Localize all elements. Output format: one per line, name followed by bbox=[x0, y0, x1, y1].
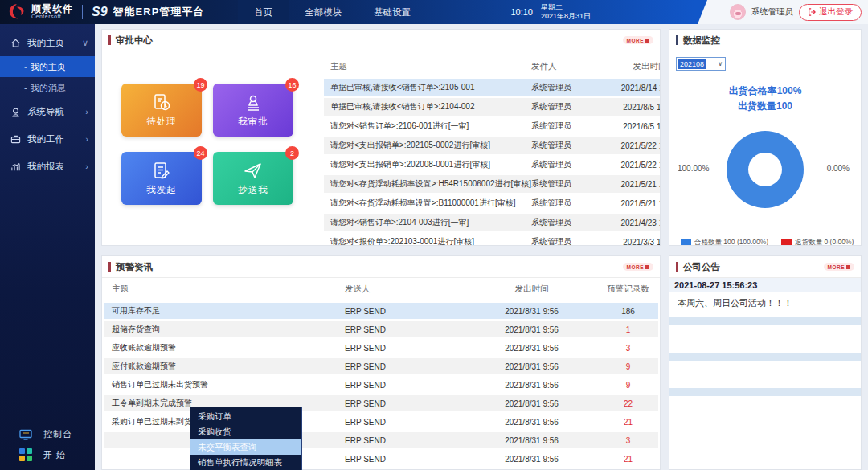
row-time: 2021/3/3 12:00 bbox=[608, 238, 661, 247]
approval-table-row[interactable]: 请您对<支出报销单>:202105-0002进行[审核] 系统管理员 2021/… bbox=[324, 137, 661, 154]
legend-swatch bbox=[781, 239, 792, 246]
warning-table-row[interactable]: 应付账款逾期预警 ERP SEND 2021/8/31 9:56 9 bbox=[104, 358, 658, 374]
logout-icon bbox=[808, 8, 816, 16]
tile-initiated-by-me[interactable]: 我发起 24 bbox=[121, 152, 202, 205]
company-name-en: Centersoft bbox=[31, 14, 73, 19]
warning-table-row[interactable]: ERP SEND 2021/8/31 9:56 21 bbox=[104, 451, 658, 467]
platform-title: 智能ERP管理平台 bbox=[113, 5, 205, 19]
row-time: 2021/8/31 9:56 bbox=[465, 307, 598, 316]
page-body: 我的主页 ∨ 我的主页 我的消息 系统导航 › 我的工作 › 我的报表 bbox=[0, 24, 868, 470]
announcements-more-button[interactable]: MORE bbox=[824, 263, 855, 271]
sidebar-subitem-my-messages[interactable]: 我的消息 bbox=[0, 77, 95, 98]
col-topic: 主题 bbox=[104, 284, 345, 295]
row-topic: 应收账款逾期预警 bbox=[104, 342, 345, 354]
sidebar-item-my-work[interactable]: 我的工作 › bbox=[0, 125, 95, 153]
home-icon bbox=[10, 38, 21, 48]
logout-button[interactable]: 退出登录 bbox=[799, 4, 862, 21]
row-time: 2021/5/22 17:41 bbox=[608, 141, 661, 150]
col-time: 发出时间 bbox=[465, 284, 598, 295]
warning-table-row[interactable]: 采购订单已过期未到货预警 ERP SEND 2021/8/31 9:56 21 bbox=[104, 414, 658, 430]
title-bar-accent bbox=[108, 35, 111, 45]
sidebar-item-label: 我的主页 bbox=[27, 37, 76, 49]
console-button[interactable]: 控制台 bbox=[0, 424, 95, 444]
row-sender: 系统管理员 bbox=[531, 140, 608, 151]
warning-table-row[interactable]: 工令单到期未完成预警 ERP SEND 2021/8/31 9:56 22 bbox=[104, 395, 658, 411]
nav-tab-home[interactable]: 首页 bbox=[238, 0, 289, 24]
row-count: 186 bbox=[598, 307, 658, 316]
row-topic: 请您对<存货浮动耗损率设置>:B11000001进行[审核] bbox=[324, 198, 531, 209]
approval-table-row[interactable]: 请您对<销售订单>:2106-001进行[一审] 系统管理员 2021/6/5 … bbox=[324, 117, 661, 135]
warning-table-row[interactable]: ERP SEND 2021/8/31 9:56 3 bbox=[104, 432, 658, 448]
tile-cc-to-me[interactable]: 抄送我 2 bbox=[213, 152, 293, 205]
row-sender: ERP SEND bbox=[345, 362, 465, 371]
row-sender: ERP SEND bbox=[345, 307, 465, 316]
paper-plane-icon bbox=[243, 161, 264, 182]
approval-table-row[interactable]: 请您对<存货浮动耗损率设置>:B11000001进行[审核] 系统管理员 202… bbox=[324, 194, 661, 212]
warning-table-row[interactable]: 超储存货查询 ERP SEND 2021/8/31 9:56 1 bbox=[104, 321, 658, 337]
announcements-title: 公司公告 bbox=[676, 261, 720, 273]
warning-rows: 可用库存不足 ERP SEND 2021/8/31 9:56 186 超储存货查… bbox=[104, 303, 658, 467]
approval-table-row[interactable]: 单据已审核,请接收<销售订单>:2105-001 系统管理员 2021/8/14… bbox=[324, 79, 661, 96]
company-name-cn: 顺景软件 bbox=[31, 5, 73, 14]
row-time: 2021/8/14 11:45 bbox=[608, 84, 661, 92]
row-sender: 系统管理员 bbox=[531, 236, 608, 246]
row-sender: 系统管理员 bbox=[531, 198, 608, 209]
sidebar-item-my-home[interactable]: 我的主页 ∨ bbox=[0, 29, 95, 56]
warning-table-row[interactable]: 销售订单已过期未出货预警 ERP SEND 2021/8/31 9:56 9 bbox=[104, 377, 658, 393]
weekday: 星期二 bbox=[541, 3, 563, 11]
row-time: 2021/8/31 9:56 bbox=[465, 362, 598, 371]
recent-items-menu: 采购订单 采购收货 未交平衡表查询 销售单执行情况明细表 bbox=[190, 407, 302, 470]
row-sender: 系统管理员 bbox=[531, 121, 608, 132]
row-count: 21 bbox=[598, 455, 658, 464]
brand-divider bbox=[82, 5, 83, 19]
approval-table-row[interactable]: 请您对<支出报销单>:202008-0001进行[审核] 系统管理员 2021/… bbox=[324, 156, 661, 174]
approval-table-row[interactable]: 请您对<存货浮动耗损率设置>:H54R15006002进行[审核] 系统管理员 … bbox=[324, 175, 661, 193]
clock-area: 10:10 星期二 2021年8月31日 bbox=[510, 0, 591, 24]
chevron-down-icon: ∨ bbox=[718, 60, 725, 67]
start-icon bbox=[19, 448, 32, 461]
user-avatar[interactable] bbox=[730, 4, 746, 20]
main-nav: 首页 全部模块 基础设置 bbox=[238, 0, 427, 24]
approval-table-row[interactable]: 请您对<销售订单>:2104-003进行[一审] 系统管理员 2021/4/23… bbox=[324, 214, 661, 231]
row-sender: 系统管理员 bbox=[531, 159, 608, 170]
menu-item-purchase-receipt[interactable]: 采购收货 bbox=[190, 424, 301, 439]
tile-pending[interactable]: 待处理 19 bbox=[121, 84, 202, 137]
console-icon bbox=[19, 429, 32, 440]
warning-more-button[interactable]: MORE bbox=[623, 263, 654, 271]
menu-item-sales-execution-report[interactable]: 销售单执行情况明细表 bbox=[190, 455, 301, 470]
col-topic: 主题 bbox=[324, 61, 531, 72]
brand-area: 顺景软件 Centersoft S9 智能ERP管理平台 bbox=[0, 2, 204, 22]
period-select[interactable]: 202108 ∨ bbox=[676, 57, 726, 71]
row-sender: ERP SEND bbox=[345, 344, 465, 353]
sidebar-item-my-reports[interactable]: 我的报表 › bbox=[0, 153, 95, 180]
warning-info-panel: 预警资讯 MORE 主题 发送人 发出时间 预警记录数 可用库存不足 ERP S… bbox=[101, 255, 661, 470]
tile-badge: 19 bbox=[194, 78, 207, 92]
menu-item-highlighted[interactable]: 未交平衡表查询 bbox=[190, 439, 301, 455]
tile-my-approvals[interactable]: 我审批 16 bbox=[213, 84, 293, 137]
row-topic: 可用库存不足 bbox=[104, 305, 345, 317]
nav-tab-basic-settings[interactable]: 基础设置 bbox=[358, 0, 427, 24]
period-select-value: 202108 bbox=[678, 59, 706, 69]
stamp-icon bbox=[243, 92, 264, 113]
sidebar-bottom-tools: 控制台 开 始 bbox=[0, 424, 95, 465]
sidebar-item-system-nav[interactable]: 系统导航 › bbox=[0, 98, 95, 125]
approval-table-row[interactable]: 请您对<报价单>:202103-0001进行[审核] 系统管理员 2021/3/… bbox=[324, 233, 661, 246]
donut-chart: 100.00% 0.00% bbox=[676, 122, 854, 217]
menu-item-purchase-order[interactable]: 采购订单 bbox=[190, 409, 301, 424]
start-button[interactable]: 开 始 bbox=[0, 444, 95, 465]
warning-table-row[interactable]: 可用库存不足 ERP SEND 2021/8/31 9:56 186 bbox=[104, 303, 658, 319]
col-sender: 发送人 bbox=[345, 284, 465, 295]
row-time: 2021/5/22 16:39 bbox=[608, 161, 661, 170]
chevron-right-icon: › bbox=[85, 134, 88, 144]
row-sender: 系统管理员 bbox=[531, 101, 608, 112]
approval-more-button[interactable]: MORE bbox=[623, 36, 654, 44]
approval-table-row[interactable]: 单据已审核,请接收<销售订单>:2104-002 系统管理员 2021/8/5 … bbox=[324, 98, 661, 116]
legend-qualified: 合格数量 100 (100.00%) bbox=[681, 238, 768, 246]
nav-tab-all-modules[interactable]: 全部模块 bbox=[289, 0, 358, 24]
row-sender: 系统管理员 bbox=[531, 82, 608, 93]
row-count: 22 bbox=[598, 399, 658, 408]
row-topic: 请您对<支出报销单>:202008-0001进行[审核] bbox=[324, 159, 531, 170]
sidebar-subitem-my-home[interactable]: 我的主页 bbox=[0, 56, 95, 77]
warning-table-row[interactable]: 应收账款逾期预警 ERP SEND 2021/8/31 9:56 3 bbox=[104, 340, 658, 356]
announcement-empty-slot bbox=[669, 325, 861, 353]
